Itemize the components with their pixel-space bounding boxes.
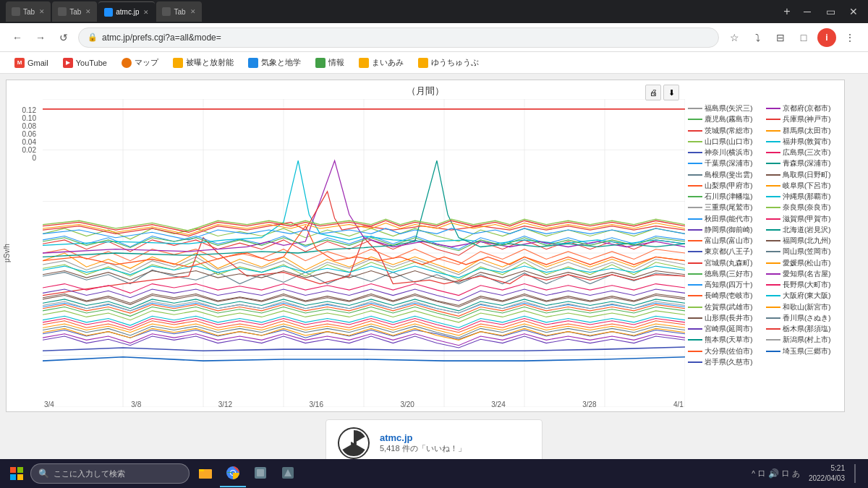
show-desktop-button[interactable]	[848, 460, 862, 487]
system-clock[interactable]: 5:21 2022/04/03	[809, 463, 845, 484]
legend-color	[766, 108, 780, 109]
legend-item: 北海道(岩見沢)	[766, 225, 841, 235]
bookmark-gmail[interactable]: M Gmail	[9, 56, 54, 70]
bookmark-label: マップ	[135, 57, 158, 68]
legend-item: 沖縄県(那覇市)	[766, 192, 841, 202]
legend-label: 岡山県(笠岡市)	[783, 247, 830, 257]
legend-item: 徳島県(三好市)	[688, 269, 763, 279]
legend-label: 青森県(深浦市)	[783, 158, 830, 168]
tray-volume-icon[interactable]: 🔊	[768, 468, 779, 479]
legend-color	[766, 295, 780, 296]
close-button[interactable]: ✕	[845, 3, 862, 20]
bookmark-radiation[interactable]: 被曝と放射能	[167, 55, 239, 70]
back-button[interactable]: ←	[9, 29, 26, 46]
minimize-button[interactable]: ─	[799, 3, 816, 20]
legend-item: 秋田県(能代市)	[688, 214, 763, 224]
browser-tab[interactable]: Tab ✕	[156, 1, 201, 22]
legend-label: 長野県(大町市)	[783, 280, 830, 290]
taskbar-apps	[192, 460, 301, 487]
legend-label: 東京都(八王子)	[705, 247, 752, 257]
bookmark-star-button[interactable]: ☆	[725, 28, 744, 47]
legend-item: 石川県(津幡塩)	[688, 192, 763, 202]
app4-icon	[281, 466, 295, 480]
legend-color	[766, 174, 780, 176]
legend-color	[688, 317, 702, 319]
legend-color	[688, 119, 702, 120]
legend-label: 山形県(長井市)	[705, 313, 752, 323]
new-tab-button[interactable]: +	[778, 3, 796, 20]
taskbar-search[interactable]: 🔍 ここに入力して検索	[30, 463, 190, 484]
legend-label: 佐賀県(武雄市)	[705, 302, 752, 312]
menu-button[interactable]: ⋮	[841, 28, 859, 47]
svg-rect-22	[199, 469, 204, 471]
legend-item: 栃木県(那須塩)	[766, 324, 841, 334]
legend-color	[688, 108, 702, 109]
taskbar-app4[interactable]	[275, 460, 301, 487]
print-button[interactable]: 🖨	[645, 85, 661, 100]
bookmark-youtube2[interactable]: ゆうちゅうぶ	[412, 55, 485, 70]
refresh-button[interactable]: ↺	[55, 29, 72, 46]
legend-item: 神奈川(横浜市)	[688, 147, 763, 158]
search-icon: 🔍	[38, 468, 49, 479]
legend-item: 岐阜県(下呂市)	[766, 181, 841, 191]
legend-item: 和歌山(新宮市)	[766, 302, 841, 312]
bookmark-label: Gmail	[27, 59, 48, 67]
browser-tab-active[interactable]: atmc.jp ✕	[98, 1, 155, 22]
url-bar[interactable]: 🔒 atmc.jp/prefs.cgi?a=all&mode=	[78, 27, 719, 48]
legend-item: 島根県(斐出雲)	[688, 170, 763, 180]
legend-item: 三重県(尾鷲市)	[688, 202, 763, 213]
legend-label: 福島県(矢沢三)	[705, 103, 752, 114]
bookmark-maiami[interactable]: まいあみ	[353, 55, 409, 70]
legend-item: 滋賀県(甲賀市)	[766, 214, 841, 224]
legend-color	[766, 119, 780, 120]
legend-color	[688, 339, 702, 341]
svg-rect-18	[17, 467, 23, 473]
taskbar-chrome[interactable]	[220, 460, 246, 487]
forward-button[interactable]: →	[32, 29, 49, 46]
tab-search-button[interactable]: ⊟	[771, 28, 790, 47]
legend-color	[688, 141, 702, 142]
bookmark-label: ゆうちゅうぶ	[431, 57, 479, 68]
legend-item: 福岡県(北九州)	[766, 236, 841, 246]
legend-item: 富山県(富山市)	[688, 236, 763, 246]
legend-label: 静岡県(御前崎)	[705, 225, 752, 235]
profile-button[interactable]: i	[817, 28, 836, 47]
window-button[interactable]: □	[794, 28, 813, 47]
start-button[interactable]	[6, 463, 27, 484]
legend-item: 京都府(京都市)	[766, 103, 841, 114]
legend-item: 東京都(八王子)	[688, 247, 763, 257]
legend-color	[688, 273, 702, 275]
legend-item: 福島県(矢沢三)	[688, 103, 763, 114]
clock-date: 2022/04/03	[809, 474, 845, 484]
legend-label: 石川県(津幡塩)	[705, 192, 752, 202]
legend-label: 宮崎県(延岡市)	[705, 324, 752, 334]
tray-ime-icon[interactable]: あ	[792, 468, 800, 479]
taskbar-file-explorer[interactable]	[192, 460, 218, 487]
legend-item: 鳥取県(日野町)	[766, 170, 841, 180]
bookmark-info[interactable]: 情報	[310, 55, 350, 70]
tray-chevron[interactable]: ^	[752, 470, 755, 478]
search-placeholder: ここに入力して検索	[54, 468, 125, 479]
maximize-button[interactable]: ▭	[822, 3, 839, 20]
browser-tab[interactable]: Tab ✕	[52, 1, 97, 22]
legend-color	[688, 218, 702, 220]
browser-tab[interactable]: Tab ✕	[6, 1, 51, 22]
legend-color	[688, 163, 702, 164]
legend-item: 静岡県(御前崎)	[688, 225, 763, 235]
legend-label: 福井県(敦賀市)	[783, 137, 830, 147]
save-page-button[interactable]: ⤵	[748, 28, 767, 47]
bookmark-weather[interactable]: 気象と地学	[242, 55, 307, 70]
bookmark-youtube[interactable]: ▶ YouTube	[57, 56, 113, 70]
bottom-section: atmc.jp 5,418 件の「いいね！」	[6, 419, 862, 459]
download-button[interactable]: ⬇	[663, 85, 679, 100]
legend-color	[766, 130, 780, 132]
taskbar-app3[interactable]	[247, 460, 273, 487]
bookmark-maps[interactable]: マップ	[116, 55, 164, 70]
bookmark-label: 情報	[328, 57, 344, 68]
legend-color	[688, 284, 702, 286]
legend-label: 鳥取県(日野町)	[783, 170, 830, 180]
legend-color	[688, 307, 702, 308]
legend-item: 群馬県(太田市)	[766, 126, 841, 136]
site-likes: 5,418 件の「いいね！」	[380, 443, 466, 454]
legend-item: 香川県(さぬき)	[766, 313, 841, 323]
